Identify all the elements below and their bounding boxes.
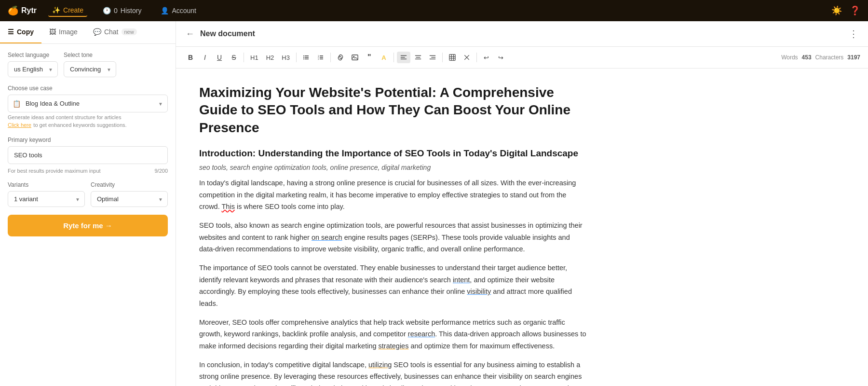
nav-account-label: Account — [172, 7, 196, 14]
table-button[interactable] — [446, 52, 459, 63]
align-center-button[interactable] — [411, 52, 425, 63]
main-layout: ☰ Copy 🖼 Image 💬 Chat new Select languag… — [0, 21, 868, 386]
link-button[interactable] — [334, 52, 347, 63]
language-select-wrapper: us English uk English Spanish French ▼ — [8, 61, 58, 77]
svg-rect-20 — [430, 55, 435, 56]
image-button[interactable] — [348, 52, 362, 63]
svg-rect-7 — [320, 57, 323, 58]
strikethrough-button[interactable]: S — [227, 51, 241, 64]
undo-button[interactable]: ↩ — [480, 52, 493, 64]
copy-tab-icon: ☰ — [8, 28, 14, 36]
chars-label: Characters — [815, 54, 844, 61]
image-tab-label: Image — [59, 28, 78, 36]
svg-rect-23 — [449, 55, 455, 60]
svg-point-4 — [303, 57, 304, 58]
bullet-list-button[interactable] — [299, 52, 313, 63]
editor-toolbar: B I U S H1 H2 H3 — [176, 47, 868, 69]
nav-history-label: History — [121, 7, 142, 14]
creativity-label: Creativity — [91, 181, 168, 188]
section1-p3: The importance of SEO tools cannot be ov… — [199, 262, 587, 310]
back-arrow-icon[interactable]: ← — [186, 29, 194, 39]
keyword-input[interactable] — [8, 146, 168, 164]
spellcheck-word-2: on search — [312, 234, 342, 241]
editor-header: ← New document ⋮ — [176, 21, 868, 47]
sidebar-content: Select language us English uk English Sp… — [0, 44, 176, 386]
toolbar-sep-5 — [442, 53, 443, 62]
spellcheck-word-7: utilizing — [368, 361, 392, 369]
top-nav: 🍊 Rytr ✨ Create 🕐 0 History 👤 Account ☀️… — [0, 0, 868, 21]
use-case-hint2: Click here to get enhanced keywords sugg… — [8, 120, 168, 129]
use-case-select-wrapper: 📋 Blog Idea & Outline Blog Section Writi… — [8, 95, 168, 112]
tab-chat[interactable]: 💬 Chat new — [85, 21, 145, 43]
history-icon: 🕐 — [103, 7, 111, 14]
words-label: Words — [781, 54, 798, 61]
editor-content[interactable]: Maximizing Your Website's Potential: A C… — [176, 69, 610, 386]
bold-button[interactable]: B — [184, 51, 197, 64]
brand-logo[interactable]: 🍊 Rytr — [8, 5, 37, 16]
svg-rect-2 — [305, 59, 309, 60]
keyword-footer: For best results provide maximum input 9… — [8, 166, 168, 174]
svg-rect-21 — [431, 57, 435, 57]
svg-text:3: 3 — [318, 58, 319, 60]
variants-row: Variants 1 variant 2 variants 3 variants… — [8, 181, 168, 207]
section1-p4: Moreover, SEO tools offer comprehensive … — [199, 317, 587, 352]
toolbar-stats: Words 453 Characters 3197 — [781, 54, 860, 61]
creativity-select[interactable]: Optimal Low Medium High — [91, 191, 168, 207]
variants-select-wrapper: 1 variant 2 variants 3 variants ▼ — [8, 191, 85, 207]
svg-rect-6 — [320, 55, 323, 56]
h2-button[interactable]: H2 — [263, 52, 278, 64]
svg-rect-0 — [305, 55, 309, 56]
svg-rect-22 — [430, 59, 435, 59]
spellcheck-word-6: strategies — [379, 342, 409, 350]
theme-icon[interactable]: ☀️ — [831, 5, 842, 16]
svg-rect-14 — [401, 55, 407, 56]
tab-copy[interactable]: ☰ Copy — [0, 21, 41, 43]
svg-rect-8 — [320, 59, 323, 60]
svg-point-3 — [303, 55, 304, 56]
h3-button[interactable]: H3 — [278, 52, 293, 64]
svg-rect-1 — [305, 57, 309, 58]
nav-item-account[interactable]: 👤 Account — [157, 5, 200, 16]
use-case-select[interactable]: Blog Idea & Outline Blog Section Writing… — [8, 95, 168, 112]
italic-button[interactable]: I — [198, 51, 212, 64]
variants-select[interactable]: 1 variant 2 variants 3 variants — [8, 191, 85, 207]
spellcheck-word-3: intent — [453, 276, 470, 284]
more-options-icon[interactable]: ⋮ — [849, 28, 858, 39]
sidebar-tabs: ☰ Copy 🖼 Image 💬 Chat new — [0, 21, 176, 44]
language-select[interactable]: us English uk English Spanish French — [8, 61, 58, 77]
chat-tab-label: Chat — [104, 28, 119, 36]
underline-button[interactable]: U — [213, 51, 226, 64]
use-case-icon: 📋 — [13, 100, 21, 108]
tab-image[interactable]: 🖼 Image — [41, 21, 85, 43]
toolbar-sep-4 — [393, 53, 394, 62]
section1-p2: SEO tools, also known as search engine o… — [199, 220, 587, 255]
tone-group: Select tone Convincing Formal Casual Hum… — [64, 52, 116, 77]
language-tone-row: Select language us English uk English Sp… — [8, 52, 168, 77]
quote-button[interactable]: " — [363, 51, 376, 64]
redo-button[interactable]: ↪ — [494, 52, 508, 64]
nav-item-history[interactable]: 🕐 0 History — [99, 5, 145, 16]
tone-select[interactable]: Convincing Formal Casual Humorous — [64, 61, 116, 77]
document-main-title: Maximizing Your Website's Potential: A C… — [199, 84, 587, 137]
use-case-hint: Generate ideas and content structure for… — [8, 114, 168, 120]
ordered-list-button[interactable]: 1 2 3 — [314, 52, 327, 63]
nav-create-label: Create — [63, 6, 83, 14]
click-here-link[interactable]: Click here — [8, 122, 31, 128]
ryte-button[interactable]: Ryte for me → — [8, 215, 168, 236]
align-left-button[interactable] — [397, 52, 410, 63]
help-icon[interactable]: ❓ — [850, 5, 860, 16]
highlight-button[interactable]: A — [377, 52, 391, 64]
nav-item-create[interactable]: ✨ Create — [48, 4, 87, 17]
svg-rect-17 — [415, 55, 421, 56]
copy-tab-label: Copy — [17, 28, 34, 36]
editor-area: ← New document ⋮ B I U S H1 H2 H3 — [176, 21, 868, 386]
h1-button[interactable]: H1 — [247, 52, 262, 64]
clear-format-button[interactable] — [460, 52, 474, 63]
section1-p5: In conclusion, in today's competitive di… — [199, 359, 587, 386]
nav-history-badge: 0 — [114, 7, 118, 14]
document-title: New document — [200, 29, 255, 38]
brand-name: Rytr — [21, 6, 37, 15]
tone-label: Select tone — [64, 52, 116, 58]
align-right-button[interactable] — [426, 52, 439, 63]
language-label: Select language — [8, 52, 58, 58]
